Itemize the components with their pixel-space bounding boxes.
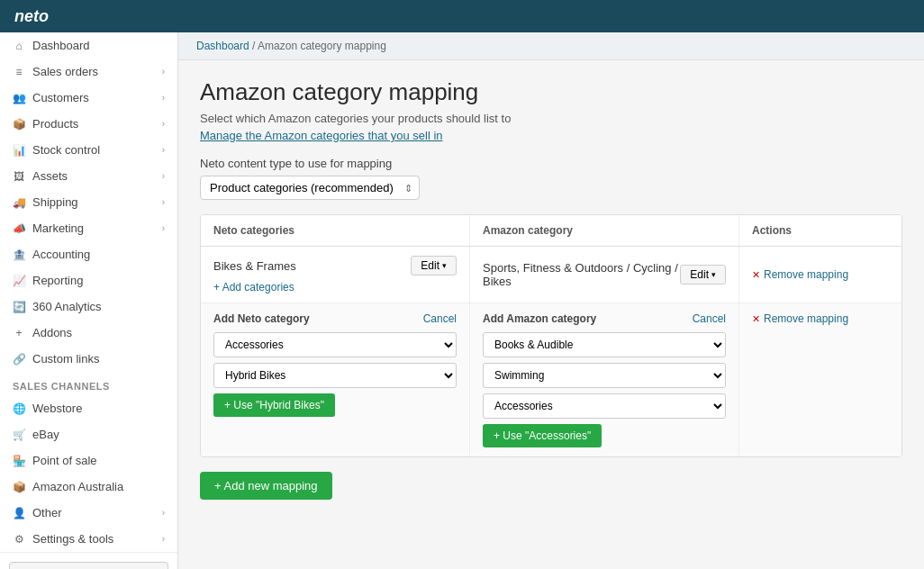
neto-category-select-2[interactable]: Hybrid Bikes: [213, 363, 457, 388]
use-accessories-button[interactable]: + Use "Accessories": [483, 424, 602, 447]
breadcrumb: Dashboard / Amazon category mapping: [178, 32, 924, 60]
th-neto: Neto categories: [201, 215, 470, 246]
sidebar-item-label: Settings & tools: [32, 532, 113, 546]
chevron-icon: ›: [162, 171, 165, 181]
logo: neto: [14, 7, 49, 26]
sidebar-item-label: Dashboard: [32, 39, 90, 52]
sidebar-item-point-of-sale[interactable]: 🏪 Point of sale: [0, 447, 177, 474]
sidebar-item-marketing[interactable]: 📣 Marketing ›: [0, 215, 177, 241]
webstore-icon: 🌐: [13, 402, 25, 415]
sidebar-item-label: Amazon Australia: [32, 480, 123, 493]
sidebar-item-reporting[interactable]: 📈 Reporting: [0, 267, 177, 294]
add-amazon-cancel[interactable]: Cancel: [693, 312, 726, 325]
sidebar-item-webstore[interactable]: 🌐 Webstore: [0, 395, 177, 421]
amazon-icon: 📦: [13, 481, 25, 493]
sidebar-item-label: Sales orders: [32, 65, 98, 78]
breadcrumb-separator: /: [252, 40, 255, 52]
neto-edit-button[interactable]: Edit ▾: [411, 256, 457, 275]
sidebar-item-label: Reporting: [32, 274, 83, 287]
table-row: Bikes & Frames Edit ▾ + Add categories S…: [201, 247, 901, 456]
sidebar-item-label: Assets: [32, 169, 68, 183]
sidebar-item-label: Webstore: [32, 402, 82, 415]
x-icon-2: ✕: [752, 313, 760, 325]
mapping-table: Neto categories Amazon category Actions …: [200, 214, 902, 457]
refresh-caches-button[interactable]: ⟳ Refresh caches: [9, 562, 168, 569]
manage-categories-link[interactable]: Manage the Amazon categories that you se…: [200, 129, 443, 142]
sidebar-item-sales-orders[interactable]: ≡ Sales orders ›: [0, 59, 177, 85]
sidebar-item-accounting[interactable]: 🏦 Accounting: [0, 241, 177, 267]
sidebar-item-assets[interactable]: 🖼 Assets ›: [0, 163, 177, 189]
sidebar: ⌂ Dashboard ≡ Sales orders › 👥 Customers…: [0, 32, 178, 569]
remove-mapping-link[interactable]: ✕ Remove mapping: [752, 268, 848, 281]
sidebar-item-dashboard[interactable]: ⌂ Dashboard: [0, 32, 177, 59]
amazon-category-select-3[interactable]: Accessories: [483, 393, 726, 419]
sidebar-item-addons[interactable]: + Addons: [0, 320, 177, 346]
chevron-icon: ›: [162, 145, 165, 155]
stock-control-icon: 📊: [13, 144, 25, 157]
mapping-type-select[interactable]: Product categories (recommended): [200, 176, 420, 200]
amazon-category-select-1[interactable]: Books & Audible: [483, 332, 726, 357]
neto-category-name: Bikes & Frames: [213, 259, 296, 273]
sidebar-item-label: Marketing: [32, 221, 84, 235]
table-header: Neto categories Amazon category Actions: [201, 215, 901, 247]
sidebar-item-shipping[interactable]: 🚚 Shipping ›: [0, 189, 177, 215]
add-categories-link[interactable]: + Add categories: [213, 281, 294, 294]
sidebar-item-customers[interactable]: 👥 Customers ›: [0, 85, 177, 111]
sidebar-item-360-analytics[interactable]: 🔄 360 Analytics: [0, 294, 177, 320]
sales-channels-section-label: Sales channels: [0, 372, 177, 395]
topbar: neto: [0, 0, 924, 32]
content-area: Amazon category mapping Select which Ama…: [178, 60, 924, 518]
customers-icon: 👥: [13, 92, 25, 104]
breadcrumb-home[interactable]: Dashboard: [196, 40, 249, 52]
sidebar-item-stock-control[interactable]: 📊 Stock control ›: [0, 137, 177, 163]
sidebar-item-ebay[interactable]: 🛒 eBay: [0, 421, 177, 447]
page-title: Amazon category mapping: [200, 78, 902, 106]
sidebar-item-custom-links[interactable]: 🔗 Custom links: [0, 346, 177, 372]
td-neto-cat: Bikes & Frames Edit ▾ + Add categories: [201, 247, 470, 303]
breadcrumb-current: Amazon category mapping: [258, 40, 386, 52]
add-actions-td: ✕ Remove mapping: [739, 303, 901, 456]
other-icon: 👤: [13, 507, 25, 519]
edit-chevron-icon: ▾: [711, 270, 716, 279]
sidebar-item-amazon-australia[interactable]: 📦 Amazon Australia: [0, 474, 177, 500]
add-neto-cancel[interactable]: Cancel: [423, 312, 457, 325]
reporting-icon: 📈: [13, 275, 25, 287]
page-subtitle: Select which Amazon categories your prod…: [200, 112, 902, 125]
sidebar-item-other[interactable]: 👤 Other ›: [0, 500, 177, 526]
edit-chevron-icon: ▾: [442, 261, 447, 270]
sales-orders-icon: ≡: [13, 66, 25, 78]
chevron-icon: ›: [162, 534, 165, 544]
sidebar-item-label: Other: [32, 506, 62, 519]
amazon-category-select-2[interactable]: Swimming: [483, 363, 726, 388]
th-actions: Actions: [739, 215, 901, 246]
add-mapping-section: Add Neto category Cancel Accessories Hyb…: [201, 303, 901, 456]
sidebar-item-label: eBay: [32, 428, 59, 441]
sidebar-footer: ⟳ Refresh caches ◀ Minimise menu: [0, 552, 177, 569]
add-new-mapping-button[interactable]: + Add new mapping: [200, 472, 332, 500]
addons-icon: +: [13, 327, 25, 339]
sidebar-nav: ⌂ Dashboard ≡ Sales orders › 👥 Customers…: [0, 32, 177, 552]
td-actions: ✕ Remove mapping: [739, 247, 901, 303]
chevron-icon: ›: [162, 67, 165, 77]
sidebar-item-label: Products: [32, 117, 78, 131]
custom-links-icon: 🔗: [13, 353, 25, 366]
sidebar-item-settings[interactable]: ⚙ Settings & tools ›: [0, 526, 177, 552]
shipping-icon: 🚚: [13, 196, 25, 209]
sidebar-item-label: Stock control: [32, 143, 100, 157]
main-content: Dashboard / Amazon category mapping Amaz…: [178, 32, 924, 569]
remove-mapping-link-2[interactable]: ✕ Remove mapping: [752, 312, 889, 325]
home-icon: ⌂: [13, 40, 25, 52]
chevron-icon: ›: [162, 508, 165, 518]
amazon-edit-button[interactable]: Edit ▾: [680, 265, 726, 284]
neto-category-select-1[interactable]: Accessories: [213, 332, 457, 357]
accounting-icon: 🏦: [13, 248, 25, 261]
assets-icon: 🖼: [13, 170, 25, 183]
settings-icon: ⚙: [13, 533, 25, 546]
sidebar-item-label: Custom links: [32, 352, 99, 366]
add-neto-td: Add Neto category Cancel Accessories Hyb…: [201, 303, 470, 456]
sidebar-item-products[interactable]: 📦 Products ›: [0, 111, 177, 137]
chevron-icon: ›: [162, 223, 165, 233]
amazon-category-name: Sports, Fitness & Outdoors / Cycling / B…: [483, 261, 680, 288]
analytics-icon: 🔄: [13, 301, 25, 313]
use-hybrid-bikes-button[interactable]: + Use "Hybrid Bikes": [213, 393, 335, 417]
